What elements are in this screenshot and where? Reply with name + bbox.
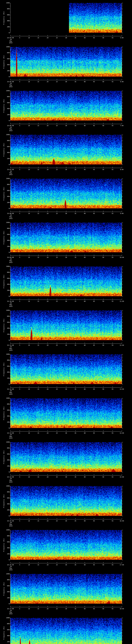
- y-tick-label: 200: [0, 422, 10, 423]
- x-tick-label: 45: [93, 344, 95, 346]
- x-tick-label: 5: [19, 564, 20, 566]
- x-tick-label: 45: [93, 564, 95, 566]
- x-tick-label: 25: [56, 300, 58, 302]
- spectrogram-panel: Frequency (Hz) 02004006008001000 5101520…: [0, 571, 132, 615]
- panel-start-time: 19:04:00: [7, 37, 14, 39]
- y-tick-label: 200: [0, 290, 10, 291]
- panel-date-line: 2015: [9, 42, 13, 44]
- x-tick-label: 5: [19, 520, 20, 522]
- y-tick-label: 600: [0, 278, 10, 279]
- y-tick-label: 400: [0, 372, 10, 373]
- y-tick-label: 800: [0, 316, 10, 317]
- panel-start-time: 19:15:00: [7, 520, 14, 522]
- y-tick-label: 800: [0, 8, 10, 10]
- y-tick-label: 800: [0, 579, 10, 581]
- panel-date-line: May: [10, 128, 12, 130]
- x-tick-label: 55: [112, 37, 113, 39]
- x-tick-label: 40: [84, 169, 86, 170]
- x-tick-label: 50: [102, 608, 104, 610]
- x-tick-label: 50: [102, 344, 104, 346]
- x-tick-label: 40: [84, 81, 86, 82]
- x-tick-label: 25: [56, 520, 58, 522]
- spectrogram-canvas: [0, 615, 132, 644]
- x-tick-label: 35: [74, 564, 76, 566]
- x-tick-label: 10: [28, 344, 30, 346]
- y-tick-label: 400: [0, 547, 10, 549]
- panel-start-time: 19:10:00: [7, 300, 14, 302]
- x-tick-label: 55: [112, 169, 113, 170]
- x-tick-label: 35: [74, 432, 76, 434]
- y-tick-label: 600: [0, 234, 10, 235]
- x-tick-label: 15: [38, 564, 39, 566]
- x-tick-label: 20: [47, 300, 48, 302]
- y-tick-label: 0: [0, 208, 10, 209]
- panel-end-time: 14:00: [120, 432, 124, 434]
- x-tick-label: 40: [84, 432, 86, 434]
- spectrogram-panel: Frequency (Hz) 02004006008001000 5101520…: [0, 44, 132, 88]
- y-tick-label: 200: [0, 553, 10, 555]
- spectrogram-panel: Frequency (Hz) 02004006008001000 5101520…: [0, 176, 132, 220]
- panel-date-line: May: [10, 304, 12, 306]
- x-tick-label: 45: [93, 608, 95, 610]
- x-tick-label: 25: [56, 81, 58, 82]
- x-tick-label: 20: [47, 125, 48, 126]
- x-tick-label: 15: [38, 432, 39, 434]
- panel-date-line: May: [10, 392, 12, 393]
- y-axis-title: Frequency (Hz): [3, 187, 5, 200]
- x-tick-label: 35: [74, 213, 76, 214]
- x-tick-label: 40: [84, 300, 86, 302]
- y-tick-label: 1000: [0, 310, 10, 311]
- spectrogram-waterfall-figure: Frequency (Hz) 02004006008001000 5101520…: [0, 0, 132, 644]
- x-tick-label: 15: [38, 520, 39, 522]
- x-tick-label: 5: [19, 344, 20, 346]
- x-tick-label: 40: [84, 125, 86, 126]
- x-tick-label: 30: [65, 169, 67, 170]
- x-tick-label: 30: [65, 257, 67, 258]
- x-tick-label: 50: [102, 213, 104, 214]
- x-tick-label: 15: [38, 213, 39, 214]
- y-tick-label: 600: [0, 410, 10, 411]
- spectrogram-panel: Frequency (Hz) 02004006008001000 5101520…: [0, 395, 132, 439]
- x-tick-label: 55: [112, 564, 113, 566]
- x-tick-label: 15: [38, 169, 39, 170]
- y-tick-label: 800: [0, 535, 10, 537]
- x-tick-label: 45: [93, 520, 95, 522]
- x-tick-label: 45: [93, 388, 95, 390]
- x-tick-label: 45: [93, 125, 95, 126]
- panel-date-line: 28: [10, 258, 12, 260]
- x-tick-label: 50: [102, 520, 104, 522]
- panel-date-line: May: [10, 172, 12, 174]
- panel-start-time: 19:16:00: [7, 564, 14, 566]
- y-axis-title: Frequency (Hz): [3, 11, 5, 25]
- x-tick-label: 5: [19, 257, 20, 258]
- x-tick-label: 45: [93, 37, 95, 39]
- y-tick-label: 1000: [0, 134, 10, 136]
- x-tick-label: 45: [93, 300, 95, 302]
- y-axis-title: Frequency (Hz): [3, 274, 5, 288]
- x-tick-label: 55: [112, 608, 113, 610]
- y-tick-label: 800: [0, 184, 10, 185]
- x-tick-label: 45: [93, 257, 95, 258]
- y-tick-label: 0: [0, 164, 10, 166]
- panel-end-time: 16:00: [120, 520, 124, 522]
- y-tick-label: 400: [0, 284, 10, 285]
- y-axis-title: Frequency (Hz): [3, 362, 5, 376]
- panel-date-line: May: [10, 524, 12, 525]
- x-tick-label: 35: [74, 37, 76, 39]
- panel-end-time: 7:00: [120, 125, 124, 126]
- y-axis-title: Frequency (Hz): [3, 318, 5, 332]
- y-tick-label: 800: [0, 491, 10, 493]
- panel-start-time: 19:12:00: [7, 388, 14, 390]
- y-tick-label: 200: [0, 246, 10, 247]
- panel-date-line: 28: [10, 39, 12, 40]
- x-tick-label: 10: [28, 81, 30, 82]
- x-tick-label: 50: [102, 300, 104, 302]
- y-tick-label: 800: [0, 447, 10, 449]
- x-tick-label: 10: [28, 432, 30, 434]
- panel-date-line: May: [10, 40, 12, 42]
- panel-date-line: May: [10, 260, 12, 262]
- x-tick-label: 20: [47, 169, 48, 170]
- y-tick-label: 0: [0, 252, 10, 253]
- y-tick-label: 400: [0, 591, 10, 592]
- panel-date-line: 2015: [9, 262, 13, 263]
